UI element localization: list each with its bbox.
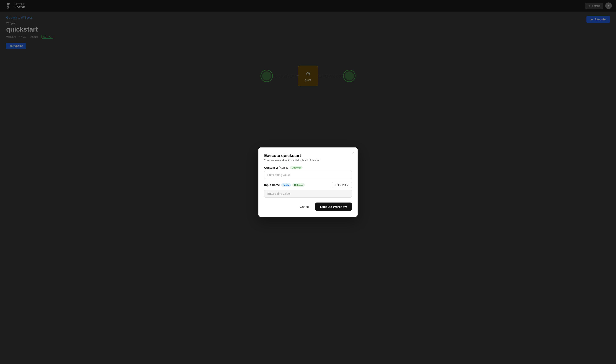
modal-close-button[interactable]: × (352, 151, 354, 155)
custom-wfrun-optional-badge: Optional (290, 166, 303, 169)
public-badge: Public (281, 183, 291, 187)
modal-title: Execute quickstart (264, 153, 352, 158)
input-name-row: input-name Public Optional Enter Value (264, 182, 352, 188)
enter-value-button[interactable]: Enter Value (332, 182, 352, 188)
execute-workflow-button[interactable]: Execute Workflow (315, 203, 352, 211)
input-name-label: input-name (264, 183, 280, 187)
execute-modal: × Execute quickstart You can leave all o… (258, 147, 358, 217)
custom-wfrun-input[interactable] (264, 171, 352, 179)
input-name-input[interactable] (264, 190, 352, 197)
optional-badge: Optional (292, 183, 305, 187)
input-name-badges: input-name Public Optional (264, 183, 305, 187)
modal-overlay[interactable]: × Execute quickstart You can leave all o… (0, 0, 616, 364)
modal-footer: Cancel Execute Workflow (264, 203, 352, 211)
cancel-button[interactable]: Cancel (296, 203, 313, 211)
custom-wfrun-label-row: Custom WfRun Id Optional (264, 166, 352, 169)
modal-subtitle: You can leave all optional fields blank … (264, 159, 352, 162)
custom-wfrun-label: Custom WfRun Id (264, 166, 288, 169)
